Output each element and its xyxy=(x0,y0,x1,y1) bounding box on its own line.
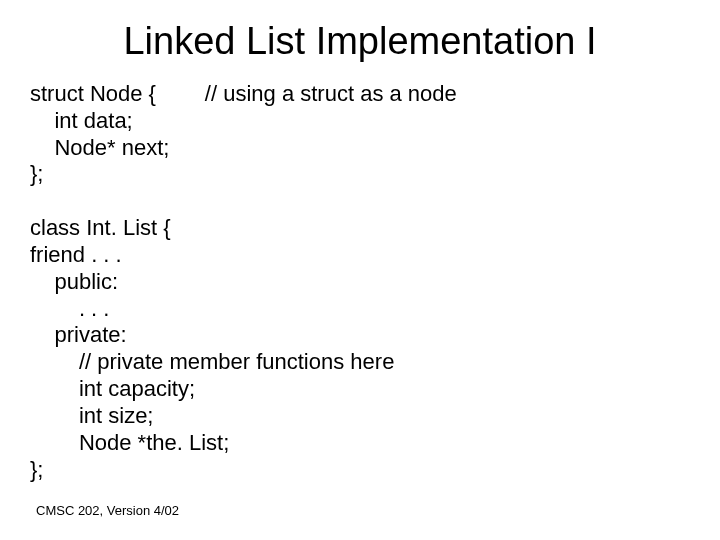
code-line: int data; xyxy=(30,108,133,133)
slide-footer: CMSC 202, Version 4/02 xyxy=(36,503,179,518)
code-line: int capacity; xyxy=(30,376,195,401)
code-line: private: xyxy=(30,322,127,347)
code-line: struct Node { // using a struct as a nod… xyxy=(30,81,457,106)
code-line: int size; xyxy=(30,403,153,428)
code-line: Node* next; xyxy=(30,135,169,160)
code-block: struct Node { // using a struct as a nod… xyxy=(30,81,690,483)
code-line: friend . . . xyxy=(30,242,122,267)
code-line: }; xyxy=(30,161,43,186)
code-line: . . . xyxy=(30,296,109,321)
code-line: public: xyxy=(30,269,118,294)
code-line: }; xyxy=(30,457,43,482)
code-line: class Int. List { xyxy=(30,215,171,240)
slide-title: Linked List Implementation I xyxy=(30,20,690,63)
code-line: // private member functions here xyxy=(30,349,394,374)
slide: Linked List Implementation I struct Node… xyxy=(0,0,720,540)
code-line: Node *the. List; xyxy=(30,430,229,455)
